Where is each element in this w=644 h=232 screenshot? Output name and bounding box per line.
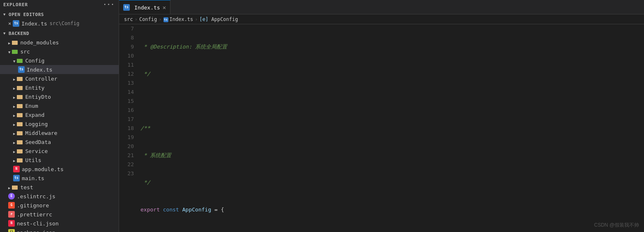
enum-folder-icon — [16, 102, 23, 109]
nest-cli-icon: N — [8, 220, 15, 227]
sidebar-item-seeddata[interactable]: SeedData — [0, 137, 119, 146]
middleware-chevron — [13, 130, 16, 136]
tab-index-ts[interactable]: ts Index.ts ✕ — [119, 0, 170, 14]
svg-rect-23 — [17, 149, 20, 151]
sidebar-item-nest-cli[interactable]: N nest-cli.json — [0, 219, 119, 228]
test-folder-icon — [12, 184, 18, 190]
sidebar-item-config[interactable]: Config — [0, 56, 119, 65]
sidebar-item-expand[interactable]: Expand — [0, 110, 119, 119]
sidebar-item-service[interactable]: Service — [0, 146, 119, 155]
sidebar-item-eslintrc[interactable]: E .eslintrc.js — [0, 192, 119, 201]
sidebar-item-utils[interactable]: Utils — [0, 155, 119, 165]
entiydto-folder-icon — [16, 93, 23, 100]
test-label: test — [20, 184, 33, 190]
svg-rect-15 — [17, 113, 20, 114]
package-json-label: package.json — [17, 230, 55, 232]
logging-chevron — [13, 121, 16, 127]
explorer-header: EXPLORER ··· — [0, 0, 119, 9]
sidebar-item-middleware[interactable]: Middleware — [0, 128, 119, 137]
sidebar-item-test[interactable]: test — [0, 183, 119, 192]
package-json-icon: {} — [8, 229, 15, 232]
code-line-13: export const AppConfig = { — [140, 205, 644, 214]
svg-rect-21 — [17, 140, 20, 142]
watermark: CSDN @假装我不帅 — [594, 222, 639, 229]
entiydto-chevron — [13, 94, 16, 100]
breadcrumb-index-ts[interactable]: Index.ts — [170, 16, 193, 22]
eslintrc-icon: E — [8, 193, 15, 200]
controller-chevron — [13, 76, 16, 82]
service-chevron — [13, 148, 16, 154]
code-area[interactable]: 7 8 9 10 11 12 13 14 15 16 17 18 19 20 2… — [119, 24, 644, 232]
open-editors-section: OPEN EDITORS ✕ ts Index.ts src\Config — [0, 9, 119, 29]
svg-rect-17 — [17, 122, 20, 123]
index-ts-icon: ts — [18, 66, 25, 73]
src-folder-icon — [12, 48, 18, 55]
sidebar-item-entiydto[interactable]: EntiyDto — [0, 92, 119, 101]
breadcrumb: src › Config › ts Index.ts › [e] AppConf… — [119, 14, 644, 24]
sidebar-item-src[interactable]: src — [0, 47, 119, 56]
main-editor: ts Index.ts ✕ src › Config › ts Index.ts… — [119, 0, 644, 232]
utils-label: Utils — [25, 157, 41, 163]
seeddata-folder-icon — [16, 139, 23, 145]
prettierrc-label: .prettierrc — [17, 211, 52, 218]
svg-rect-5 — [17, 59, 20, 60]
sidebar-item-enum[interactable]: Enum — [0, 101, 119, 110]
breadcrumb-sep-1: › — [135, 16, 138, 22]
breadcrumb-ts-icon: ts — [163, 16, 170, 22]
index-ts-label: Index.ts — [27, 67, 53, 73]
main-ts-label: main.ts — [22, 175, 44, 181]
nest-cli-label: nest-cli.json — [17, 220, 59, 227]
main-ts-icon: ts — [13, 175, 20, 181]
tab-label: Index.ts — [134, 5, 160, 11]
controller-label: Controller — [25, 76, 57, 82]
svg-rect-3 — [12, 50, 15, 51]
sidebar-item-index-ts[interactable]: ts Index.ts — [0, 65, 119, 74]
middleware-folder-icon — [16, 130, 23, 136]
seeddata-chevron — [13, 139, 16, 145]
src-chevron — [8, 49, 12, 55]
open-editor-item[interactable]: ✕ ts Index.ts src\Config — [0, 19, 119, 28]
backend-label[interactable]: BACKEND — [0, 29, 119, 38]
sidebar-item-entity[interactable]: Entity — [0, 83, 119, 92]
seeddata-label: SeedData — [25, 139, 51, 145]
open-editors-title: OPEN EDITORS — [9, 12, 44, 17]
close-editor-icon[interactable]: ✕ — [8, 21, 11, 26]
sidebar-item-app-module[interactable]: N app.module.ts — [0, 165, 119, 174]
tab-bar: ts Index.ts ✕ — [119, 0, 644, 14]
sidebar-item-controller[interactable]: Controller — [0, 74, 119, 83]
sidebar-item-gitignore[interactable]: G .gitignore — [0, 201, 119, 210]
svg-rect-19 — [17, 131, 20, 132]
tab-close-icon[interactable]: ✕ — [163, 4, 166, 11]
code-content[interactable]: * @Description: 系统全局配置 */ /** * 系统配置 */ … — [139, 24, 644, 232]
breadcrumb-src[interactable]: src — [124, 16, 133, 22]
open-editors-label[interactable]: OPEN EDITORS — [0, 10, 119, 19]
eslintrc-label: .eslintrc.js — [17, 193, 55, 200]
sidebar-item-node-modules[interactable]: node_modules — [0, 38, 119, 47]
code-line-8: */ — [140, 70, 644, 79]
sidebar-item-package-json[interactable]: {} package.json — [0, 228, 119, 232]
config-label: Config — [25, 58, 44, 64]
middleware-label: Middleware — [25, 130, 57, 136]
explorer-header-icons: ··· — [102, 1, 115, 8]
more-icon[interactable]: ··· — [102, 1, 115, 8]
app-module-icon: N — [13, 166, 20, 172]
gitignore-label: .gitignore — [17, 202, 49, 209]
expand-folder-icon — [16, 111, 23, 118]
sidebar-item-prettierrc[interactable]: P .prettierrc — [0, 210, 119, 219]
entity-chevron — [13, 85, 16, 91]
entiydto-label: EntiyDto — [25, 94, 51, 100]
ts-icon: ts — [13, 20, 19, 27]
prettierrc-icon: P — [8, 211, 15, 218]
entity-folder-icon — [16, 84, 23, 91]
svg-rect-7 — [17, 77, 20, 78]
code-line-10: /** — [140, 124, 644, 133]
svg-rect-25 — [17, 158, 20, 160]
sidebar-item-main-ts[interactable]: ts main.ts — [0, 174, 119, 183]
sidebar-item-logging[interactable]: Logging — [0, 119, 119, 128]
svg-rect-1 — [12, 41, 15, 42]
open-editor-filename: Index.ts — [21, 21, 47, 27]
breadcrumb-config[interactable]: Config — [139, 16, 157, 22]
utils-folder-icon — [16, 157, 23, 163]
gitignore-icon: G — [8, 202, 15, 209]
open-editors-chevron — [3, 12, 7, 16]
